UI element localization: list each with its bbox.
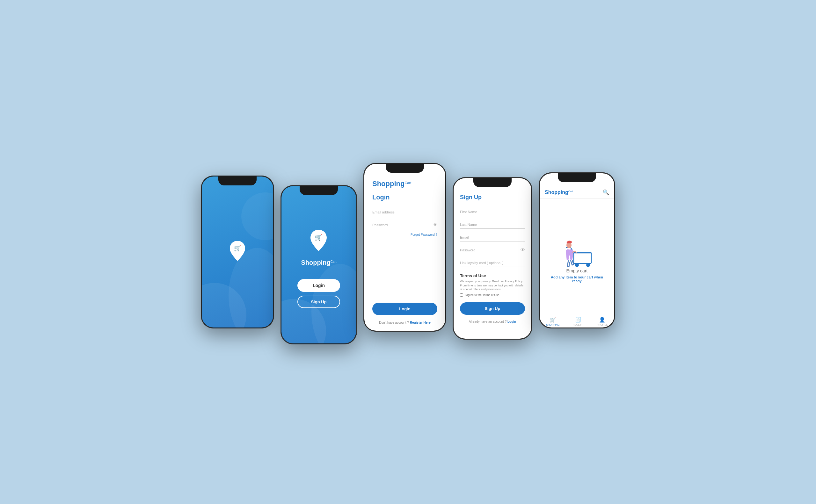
signup-lastname-input[interactable] [460,220,525,229]
notch-3 [386,164,424,173]
search-icon[interactable]: 🔍 [603,189,609,195]
terms-title: Terms of Use [460,273,525,278]
login-submit-button[interactable]: Login [372,303,437,315]
terms-agree-label: I agree to the Terms of Use. [465,293,500,297]
phone-cart-screen: ShoppingCart 🔍 [540,173,614,328]
notch-5 [558,173,596,182]
terms-text: We respect your privacy. Read our Privac… [460,279,525,292]
nav-shopping-label: SHOPPING [546,323,560,326]
phone-login: ShoppingCart Login 👁 Forgot Password ? L… [363,163,446,332]
empty-cart-title: Empty cart [567,268,588,273]
notch-4 [473,178,512,187]
cart-app-super: Cart [568,190,573,192]
phone-splash-screen: 🛒 [202,176,273,328]
svg-text:🛒: 🛒 [314,234,322,241]
nav-receipt[interactable]: 🧾 RECEIPT [573,317,584,326]
terms-checkbox[interactable] [460,293,463,297]
nav-shopping[interactable]: 🛒 SHOPPING [546,317,560,326]
welcome-buttons-area: Login Sign Up [294,279,343,308]
login-email-input[interactable] [372,207,437,216]
login-password-input[interactable] [372,220,437,229]
already-account-text: Already have an account ? Login [460,320,525,323]
signup-password-wrapper: 👁 [460,245,525,258]
empty-cart-subtitle: Add any item to your cart when ready [546,275,608,283]
login-title: Login [372,194,437,201]
phone-signup-screen: Sign Up 👁 Terms of Use We respect your p… [454,178,531,339]
register-link-text: Don't have account ? Register Here [372,321,437,324]
phone-splash: 🛒 [201,176,274,328]
signup-firstname-input[interactable] [460,207,525,216]
phone-welcome: 🛒 ShoppingCart Login Sign Up [280,185,357,344]
login-app-name: Shopping [372,180,404,188]
svg-text:🛒: 🛒 [234,245,241,252]
welcome-logo-area: 🛒 ShoppingCart [301,228,336,266]
notch-2 [300,186,338,195]
welcome-pin-icon: 🛒 [307,228,330,255]
phone-welcome-screen: 🛒 ShoppingCart Login Sign Up [281,186,356,343]
terms-section: Terms of Use We respect your privacy. Re… [460,273,525,297]
register-here-link[interactable]: Register Here [410,321,431,324]
profile-icon: 👤 [599,317,605,323]
notch [218,176,256,185]
signup-loyalty-input[interactable] [460,258,525,267]
login-password-wrapper: 👁 [372,220,437,233]
nav-profile-label: PROFILE [597,323,608,326]
welcome-login-button[interactable]: Login [297,279,340,292]
forgot-password-link[interactable]: Forgot Password ? [372,233,437,236]
phone-login-screen: ShoppingCart Login 👁 Forgot Password ? L… [364,164,445,331]
cart-body: Empty cart Add any item to your cart whe… [540,199,614,314]
signup-title: Sign Up [460,194,525,201]
signup-submit-button[interactable]: Sign Up [460,302,525,315]
login-link[interactable]: Login [508,320,516,323]
signup-password-input[interactable] [460,245,525,254]
shopping-icon: 🛒 [550,317,556,323]
bottom-nav: 🛒 SHOPPING 🧾 RECEIPT 👤 PROFILE [540,314,614,328]
phone-cart: ShoppingCart 🔍 [539,172,615,328]
signup-eye-icon[interactable]: 👁 [521,247,525,252]
welcome-app-name: Shopping [301,259,330,266]
welcome-app-super: Cart [330,260,336,263]
cart-app-name: Shopping [545,190,568,195]
nav-profile[interactable]: 👤 PROFILE [597,317,608,326]
terms-agree-row: I agree to the Terms of Use. [460,293,525,297]
password-eye-icon[interactable]: 👁 [433,222,437,227]
phone-signup: Sign Up 👁 Terms of Use We respect your p… [453,177,532,340]
login-app-super: Cart [404,181,411,185]
nav-receipt-label: RECEIPT [573,323,584,326]
welcome-signup-button[interactable]: Sign Up [297,296,340,308]
signup-email-input[interactable] [460,233,525,241]
svg-point-4 [575,263,579,267]
receipt-icon: 🧾 [575,317,581,323]
empty-cart-illustration [556,230,598,268]
svg-point-5 [586,263,590,267]
